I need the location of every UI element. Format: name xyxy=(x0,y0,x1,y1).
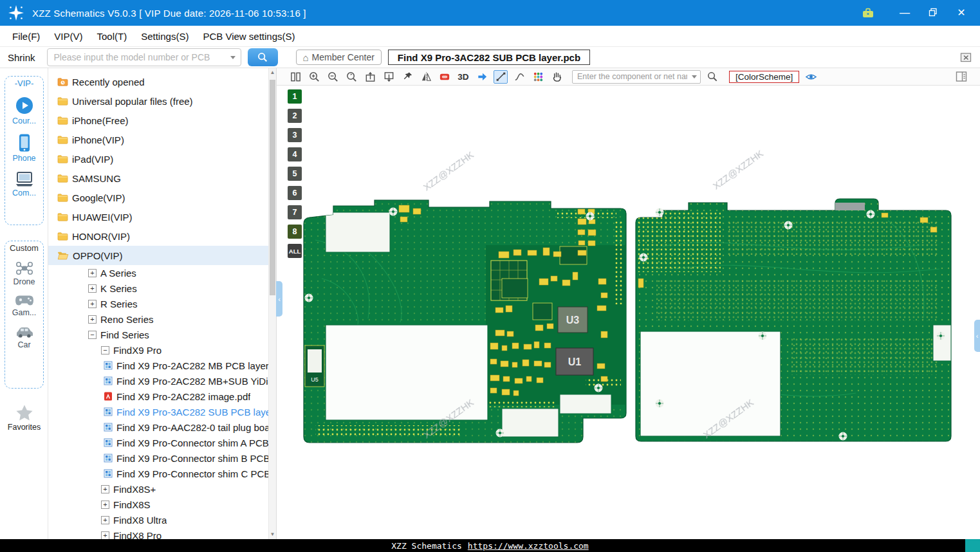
scroll-up-icon[interactable]: ▲ xyxy=(269,68,276,77)
component-search-icon[interactable] xyxy=(705,70,719,84)
statusbar-url[interactable]: https://www.xzztools.com xyxy=(468,541,589,551)
tree-item-find-x9-pro-2ac282-image-pdf[interactable]: Find X9 Pro-2AC282 image.pdf xyxy=(48,389,276,404)
zoom-reset-icon[interactable] xyxy=(344,70,358,84)
tree-item-findx8-ultra[interactable]: +FindX8 Ultra xyxy=(48,512,276,528)
component-search-input[interactable] xyxy=(572,70,701,84)
expand-icon[interactable]: + xyxy=(101,531,109,540)
tree-item-recently-opened[interactable]: Recently opened xyxy=(48,72,276,91)
chevron-down-icon[interactable] xyxy=(230,56,236,59)
3d-view-button[interactable]: 3D xyxy=(456,70,470,84)
vip-briefcase-icon[interactable] xyxy=(862,7,874,19)
expand-icon[interactable]: + xyxy=(88,269,97,277)
tree-item-find-series[interactable]: −Find Series xyxy=(48,327,276,342)
collapse-icon[interactable]: − xyxy=(88,331,97,339)
tree-item-find-x9-pro-connector-shim-b-pcb-layer-pcb[interactable]: Find X9 Pro-Connector shim B PCB layer.p… xyxy=(48,450,276,466)
tree-item-honor-vip[interactable]: HONOR(VIP) xyxy=(48,226,276,246)
expand-icon[interactable]: + xyxy=(101,516,109,524)
tree-item-universal-popular-files-free[interactable]: Universal popular files (free) xyxy=(48,91,276,111)
active-document-tab[interactable]: Find X9 Pro-3AC282 SUB PCB layer.pcb xyxy=(388,50,590,65)
pan-hand-icon[interactable] xyxy=(550,70,564,84)
tree-item-ipad-vip[interactable]: iPad(VIP) xyxy=(48,149,276,169)
expand-icon[interactable]: + xyxy=(88,315,97,324)
menu-vip[interactable]: VIP(V) xyxy=(47,31,89,42)
pin-icon[interactable] xyxy=(400,70,414,84)
tree-item-k-series[interactable]: +K Series xyxy=(48,281,276,296)
close-button[interactable]: ✕ xyxy=(954,8,968,18)
collapse-icon[interactable]: − xyxy=(101,346,109,354)
menu-pcb-view-settings[interactable]: PCB View settings(S) xyxy=(196,31,302,42)
tree-item-iphone-free[interactable]: iPhone(Free) xyxy=(48,111,276,130)
layer-button-2[interactable]: 2 xyxy=(288,109,302,123)
layer-button-5[interactable]: 5 xyxy=(288,167,302,181)
tree-item-find-x9-pro-2ac282-mb-sub-yidian[interactable]: Find X9 Pro-2AC282 MB+SUB YiDian xyxy=(48,373,276,389)
tree-item-findx8-pro[interactable]: +FindX8 Pro xyxy=(48,528,276,539)
tree-item-label: Google(VIP) xyxy=(72,192,125,203)
board-top-view-icon[interactable] xyxy=(438,70,452,84)
colorscheme-button[interactable]: [ColorScheme] xyxy=(729,71,799,83)
tree-item-oppo-vip[interactable]: OPPO(VIP) xyxy=(48,246,276,265)
tree-item-reno-series[interactable]: +Reno Series xyxy=(48,311,276,327)
box-arrow-down-icon[interactable] xyxy=(382,70,396,84)
pcb-canvas[interactable]: U3 U1 U5 xyxy=(277,86,980,539)
layer-button-6[interactable]: 6 xyxy=(288,186,302,200)
layer-button-all[interactable]: ALL xyxy=(288,244,302,258)
scroll-down-icon[interactable]: ▼ xyxy=(269,530,276,539)
close-document-icon[interactable] xyxy=(960,52,972,63)
tree-item-iphone-vip[interactable]: iPhone(VIP) xyxy=(48,130,276,149)
layer-button-3[interactable]: 3 xyxy=(288,128,302,142)
expand-icon[interactable]: + xyxy=(88,284,97,293)
tree-item-find-x9-pro-2ac282-mb-pcb-layer-pcb[interactable]: Find X9 Pro-2AC282 MB PCB layer.pcb xyxy=(48,358,276,373)
tree-item-find-x9-pro-aac282-0-tail-plug-board-pcb[interactable]: Find X9 Pro-AAC282-0 tail plug board.pcb xyxy=(48,419,276,435)
mirror-flip-icon[interactable] xyxy=(419,70,433,84)
scrollbar-thumb[interactable] xyxy=(270,80,275,295)
tree-item-google-vip[interactable]: Google(VIP) xyxy=(48,188,276,207)
split-view-icon[interactable] xyxy=(288,70,302,84)
shrink-button[interactable]: Shrink xyxy=(5,52,38,63)
box-arrow-up-icon[interactable] xyxy=(363,70,377,84)
zoom-out-icon[interactable] xyxy=(326,70,340,84)
tree-item-findx8s[interactable]: +FindX8S+ xyxy=(48,481,276,497)
layer-button-8[interactable]: 8 xyxy=(288,225,302,239)
sidebar-item-drone[interactable]: Drone xyxy=(5,261,43,286)
member-center-button[interactable]: ⌂ Member Center xyxy=(296,50,382,65)
color-grid-icon[interactable] xyxy=(531,70,545,84)
menu-settings[interactable]: Settings(S) xyxy=(134,31,196,42)
sidebar-item-favorites[interactable]: Favorites xyxy=(0,404,48,432)
tree-scrollbar[interactable]: ▲ ▼ xyxy=(268,68,276,539)
expand-icon[interactable]: + xyxy=(88,300,97,308)
collapse-tree-handle[interactable]: ‹ xyxy=(276,281,282,317)
layer-button-4[interactable]: 4 xyxy=(288,147,302,161)
zoom-in-icon[interactable] xyxy=(307,70,321,84)
jump-arrow-icon[interactable] xyxy=(475,70,489,84)
tree-item-find-x9-pro-connector-shim-c-pcb-layer-pcb[interactable]: Find X9 Pro-Connector shim C PCB layer.p… xyxy=(48,466,276,481)
layer-button-1[interactable]: 1 xyxy=(288,89,302,104)
layer-button-7[interactable]: 7 xyxy=(288,205,302,219)
curve-icon[interactable] xyxy=(512,70,526,84)
measure-line-icon[interactable] xyxy=(494,70,508,84)
tree-item-samsung[interactable]: SAMSUNG xyxy=(48,169,276,188)
sidebar-item-course[interactable]: Cour... xyxy=(5,96,43,125)
chevron-down-icon[interactable] xyxy=(692,75,697,78)
minimize-button[interactable]: — xyxy=(898,8,912,18)
menu-tool[interactable]: Tool(T) xyxy=(90,31,134,42)
search-button[interactable] xyxy=(248,48,278,66)
sidebar-item-phone[interactable]: Phone xyxy=(5,133,43,163)
expand-icon[interactable]: + xyxy=(101,501,109,509)
visibility-eye-icon[interactable] xyxy=(804,70,818,84)
collapse-right-handle[interactable]: ‹ xyxy=(974,320,980,352)
sidebar-item-car[interactable]: Car xyxy=(5,325,43,349)
sidebar-item-gamepad[interactable]: Gam... xyxy=(5,294,43,317)
layers-panel-icon[interactable] xyxy=(954,70,968,84)
model-search-input[interactable] xyxy=(47,48,241,66)
restore-button[interactable] xyxy=(926,8,940,19)
tree-item-a-series[interactable]: +A Series xyxy=(48,265,276,281)
menu-file[interactable]: File(F) xyxy=(5,31,47,42)
tree-item-find-x9-pro-3ac282-sub-pcb-layer-pcb[interactable]: Find X9 Pro-3AC282 SUB PCB layer.pcb xyxy=(48,404,276,419)
tree-item-findx8s[interactable]: +FindX8S xyxy=(48,497,276,512)
tree-item-r-series[interactable]: +R Series xyxy=(48,296,276,311)
tree-item-findx9-pro[interactable]: −FindX9 Pro xyxy=(48,342,276,358)
tree-item-find-x9-pro-connector-shim-a-pcb-layer-pcb[interactable]: Find X9 Pro-Connector shim A PCB layer.p… xyxy=(48,435,276,450)
sidebar-item-computer[interactable]: Com... xyxy=(5,170,43,198)
tree-item-huawei-vip[interactable]: HUAWEI(VIP) xyxy=(48,207,276,226)
expand-icon[interactable]: + xyxy=(101,485,109,493)
